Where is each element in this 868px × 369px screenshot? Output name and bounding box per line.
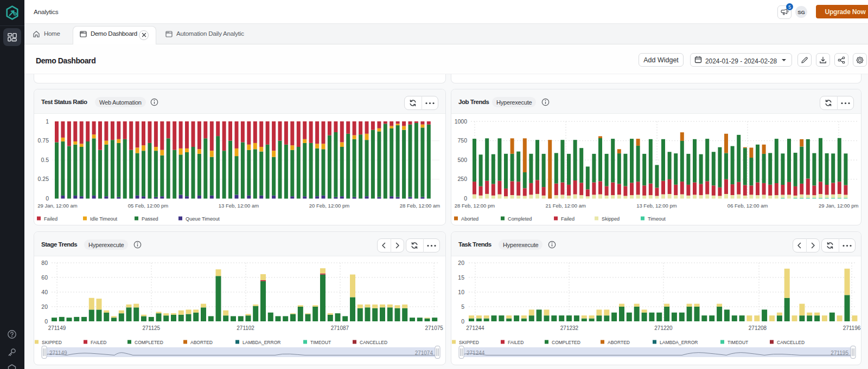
svg-text:ABORTED: ABORTED (608, 340, 630, 345)
svg-text:271244: 271244 (467, 350, 485, 356)
svg-text:LAMBDA_ERROR: LAMBDA_ERROR (660, 340, 698, 345)
svg-text:20 Feb, 12:00 pm: 20 Feb, 12:00 pm (309, 203, 350, 209)
svg-text:271232: 271232 (560, 325, 579, 331)
svg-text:TIMEOUT: TIMEOUT (727, 340, 748, 345)
svg-text:15: 15 (458, 274, 464, 281)
svg-text:Passed: Passed (142, 216, 158, 222)
svg-text:0: 0 (464, 195, 467, 202)
svg-text:Aborted: Aborted (461, 216, 478, 222)
svg-text:Idle Timeout: Idle Timeout (90, 216, 117, 222)
svg-text:20: 20 (458, 260, 464, 266)
svg-text:TIMEOUT: TIMEOUT (310, 340, 331, 345)
svg-text:80: 80 (41, 260, 48, 266)
svg-text:1: 1 (46, 118, 49, 125)
svg-text:ABORTED: ABORTED (190, 340, 213, 345)
svg-text:271208: 271208 (749, 325, 767, 331)
svg-text:0.5: 0.5 (41, 157, 49, 163)
svg-text:271220: 271220 (654, 325, 673, 331)
svg-text:29 Jan, 12:00 am: 29 Jan, 12:00 am (37, 203, 77, 209)
svg-text:5: 5 (461, 303, 464, 310)
svg-text:40: 40 (41, 289, 48, 295)
svg-text:28 Feb, 12:00 am: 28 Feb, 12:00 am (400, 203, 441, 209)
svg-text:29 Jan, 12:00 pm: 29 Jan, 12:00 pm (819, 203, 858, 209)
svg-text:06 Feb, 12:00 am: 06 Feb, 12:00 am (727, 203, 768, 209)
svg-text:271087: 271087 (331, 325, 349, 331)
svg-text:10: 10 (458, 289, 464, 295)
svg-text:0: 0 (44, 318, 48, 325)
svg-text:SKIPPED: SKIPPED (42, 340, 62, 345)
svg-text:750: 750 (457, 137, 467, 144)
svg-text:CANCELLED: CANCELLED (777, 340, 805, 345)
svg-text:271074: 271074 (415, 350, 433, 356)
svg-text:Failed: Failed (44, 216, 58, 222)
svg-text:500: 500 (457, 157, 467, 163)
svg-text:271102: 271102 (237, 325, 254, 331)
svg-text:0.75: 0.75 (38, 137, 49, 144)
svg-text:Completed: Completed (508, 216, 532, 222)
svg-text:271149: 271149 (48, 325, 66, 331)
svg-text:05 Feb, 12:00 pm: 05 Feb, 12:00 pm (128, 203, 169, 209)
svg-text:CANCELLED: CANCELLED (360, 340, 387, 345)
svg-text:0: 0 (46, 195, 49, 202)
svg-text:COMPLETED: COMPLETED (552, 340, 580, 345)
svg-text:20: 20 (41, 303, 48, 310)
svg-text:60: 60 (41, 274, 48, 281)
svg-text:FAILED: FAILED (508, 340, 524, 345)
svg-text:Timeout: Timeout (648, 216, 666, 222)
svg-text:28 Feb, 12:00 pm: 28 Feb, 12:00 pm (455, 203, 495, 209)
svg-text:13 Feb, 12:00 pm: 13 Feb, 12:00 pm (636, 203, 677, 209)
svg-text:13 Feb, 12:00 am: 13 Feb, 12:00 am (219, 203, 259, 209)
svg-text:Failed: Failed (561, 216, 575, 222)
svg-text:1000: 1000 (455, 118, 468, 125)
svg-text:SKIPPED: SKIPPED (459, 340, 479, 345)
svg-text:271075: 271075 (425, 325, 444, 331)
svg-text:Skipped: Skipped (602, 216, 620, 222)
svg-text:LAMBDA_ERROR: LAMBDA_ERROR (242, 340, 280, 345)
svg-text:21 Feb, 12:00 am: 21 Feb, 12:00 am (545, 203, 586, 209)
svg-text:250: 250 (457, 176, 467, 182)
svg-text:0: 0 (461, 318, 464, 325)
svg-text:271196: 271196 (843, 325, 861, 331)
svg-text:271195: 271195 (831, 350, 848, 356)
svg-text:FAILED: FAILED (91, 340, 106, 345)
svg-text:Queue Timeout: Queue Timeout (186, 216, 220, 222)
svg-text:COMPLETED: COMPLETED (135, 340, 163, 345)
svg-text:271149: 271149 (49, 350, 67, 356)
svg-text:0.25: 0.25 (38, 176, 49, 182)
svg-text:271244: 271244 (466, 325, 484, 331)
svg-text:271125: 271125 (142, 325, 160, 331)
